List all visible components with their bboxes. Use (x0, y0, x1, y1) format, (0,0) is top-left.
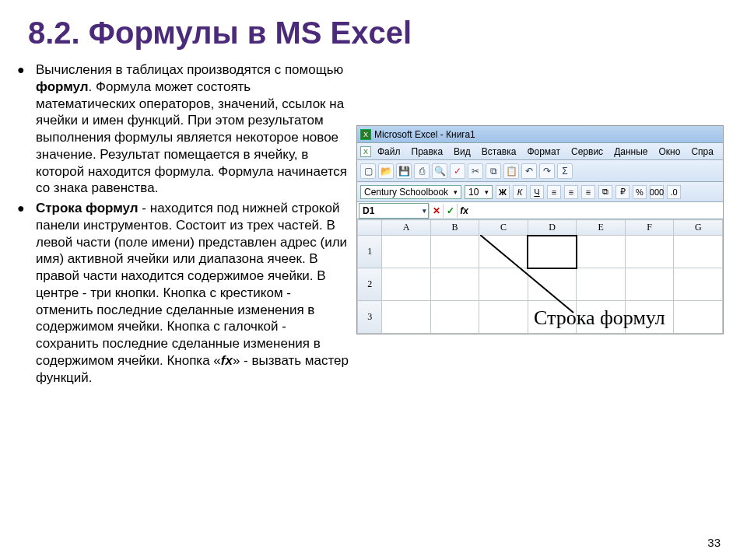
inc-decimal-icon[interactable]: .0 (667, 185, 681, 199)
fx-icon[interactable]: fx (457, 204, 471, 218)
italic-icon[interactable]: К (513, 185, 527, 199)
underline-icon[interactable]: Ч (530, 185, 544, 199)
preview-icon[interactable]: 🔍 (432, 163, 447, 179)
bullet-list: Вычисления в таблицах производятся с пом… (16, 61, 352, 386)
thousands-icon[interactable]: 000 (650, 185, 664, 199)
excel-screenshot: X Microsoft Excel - Книга1 X Файл Правка… (356, 125, 724, 334)
cell[interactable] (577, 268, 626, 301)
col-header[interactable]: A (382, 220, 431, 236)
select-all-corner[interactable] (358, 220, 382, 236)
redo-icon[interactable]: ↷ (539, 163, 555, 179)
excel-app-icon: X (360, 129, 371, 140)
col-header[interactable]: C (479, 220, 528, 236)
percent-icon[interactable]: % (633, 185, 647, 199)
cell[interactable] (382, 301, 431, 334)
menu-item[interactable]: Окно (654, 145, 685, 159)
menu-item[interactable]: Файл (373, 145, 405, 159)
paste-icon[interactable]: 📋 (503, 163, 519, 179)
excel-format-toolbar: Century Schoolbook ▾ 10 ▾ Ж К Ч ≡ ≡ ≡ ⧉ … (357, 182, 723, 202)
col-header[interactable]: D (528, 220, 577, 236)
cell[interactable] (674, 301, 723, 334)
cell[interactable] (479, 236, 528, 268)
col-header[interactable]: F (625, 220, 674, 236)
save-icon[interactable]: 💾 (396, 163, 412, 179)
cell[interactable] (577, 236, 626, 268)
print-icon[interactable]: ⎙ (414, 163, 430, 179)
excel-titlebar: X Microsoft Excel - Книга1 (357, 126, 723, 143)
bullet-item: Строка формул - находится под нижней стр… (16, 200, 352, 386)
menu-item[interactable]: Вид (449, 145, 475, 159)
cell[interactable] (382, 236, 431, 268)
cell[interactable] (479, 301, 528, 334)
font-name-combo[interactable]: Century Schoolbook ▾ (360, 185, 461, 199)
menu-item[interactable]: Правка (407, 145, 448, 159)
col-header[interactable]: G (674, 220, 723, 236)
bullet-item: Вычисления в таблицах производятся с пом… (16, 61, 352, 197)
col-header[interactable]: B (430, 220, 479, 236)
enter-formula-icon[interactable]: ✓ (443, 204, 457, 218)
cell[interactable] (430, 268, 479, 301)
cell[interactable] (479, 268, 528, 301)
cell[interactable] (430, 236, 479, 268)
annotation-label: Строка формул (534, 306, 665, 330)
page-number: 33 (707, 536, 721, 549)
row-header[interactable]: 3 (358, 301, 382, 334)
cell[interactable] (625, 236, 674, 268)
cell[interactable] (430, 301, 479, 334)
cell[interactable] (528, 268, 577, 301)
excel-formula-bar: D1 ▾ ✕ ✓ fx (357, 202, 723, 219)
cell[interactable] (382, 268, 431, 301)
spell-icon[interactable]: ✓ (450, 163, 465, 179)
align-center-icon[interactable]: ≡ (564, 185, 578, 199)
open-icon[interactable]: 📂 (378, 163, 394, 179)
name-box[interactable]: D1 ▾ (359, 203, 429, 219)
cell[interactable] (674, 268, 723, 301)
menu-item[interactable]: Формат (522, 145, 565, 159)
cut-icon[interactable]: ✂ (468, 163, 483, 179)
body-text-column: Вычисления в таблицах производятся с пом… (16, 61, 356, 389)
excel-doc-icon: X (360, 146, 371, 157)
excel-menubar: X Файл Правка Вид Вставка Формат Сервис … (357, 143, 723, 160)
excel-title-text: Microsoft Excel - Книга1 (374, 129, 475, 140)
merge-icon[interactable]: ⧉ (598, 185, 612, 199)
excel-standard-toolbar: ▢ 📂 💾 ⎙ 🔍 ✓ ✂ ⧉ 📋 ↶ ↷ Σ (357, 160, 723, 182)
row-header[interactable]: 1 (358, 236, 382, 268)
menu-item[interactable]: Спра (686, 145, 718, 159)
copy-icon[interactable]: ⧉ (486, 163, 501, 179)
cell[interactable] (625, 268, 674, 301)
align-right-icon[interactable]: ≡ (581, 185, 595, 199)
bold-icon[interactable]: Ж (496, 185, 510, 199)
currency-icon[interactable]: ₽ (615, 185, 630, 199)
font-size-combo[interactable]: 10 ▾ (465, 185, 493, 199)
menu-item[interactable]: Данные (609, 145, 652, 159)
menu-item[interactable]: Вставка (477, 145, 521, 159)
cancel-formula-icon[interactable]: ✕ (429, 204, 443, 218)
menu-item[interactable]: Сервис (566, 145, 608, 159)
cell[interactable] (674, 236, 723, 268)
new-icon[interactable]: ▢ (360, 163, 376, 179)
slide-title: 8.2. Формулы в MS Excel (0, 0, 747, 61)
cell-selected[interactable] (528, 236, 577, 268)
col-header[interactable]: E (577, 220, 626, 236)
row-header[interactable]: 2 (358, 268, 382, 301)
sum-icon[interactable]: Σ (557, 163, 573, 179)
undo-icon[interactable]: ↶ (521, 163, 537, 179)
align-left-icon[interactable]: ≡ (547, 185, 561, 199)
